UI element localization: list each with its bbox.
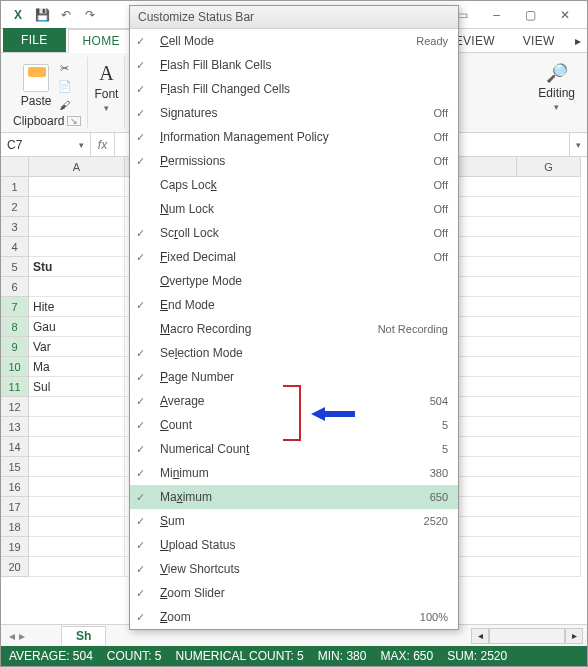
cell[interactable] [517,497,581,517]
menu-item-selection-mode[interactable]: ✓Selection Mode [130,341,458,365]
row-header[interactable]: 8 [1,317,29,337]
row-header[interactable]: 9 [1,337,29,357]
cell[interactable] [29,517,125,537]
col-header-g[interactable]: G [517,157,581,177]
cell[interactable] [517,337,581,357]
cell[interactable]: Gau [29,317,125,337]
redo-icon[interactable]: ↷ [79,4,101,26]
restore-icon[interactable]: ▢ [513,4,547,26]
cell[interactable] [29,557,125,577]
menu-item-view-shortcuts[interactable]: ✓View Shortcuts [130,557,458,581]
row-header[interactable]: 17 [1,497,29,517]
cell[interactable] [517,297,581,317]
hscroll-track[interactable] [489,628,565,644]
minimize-icon[interactable]: – [479,4,513,26]
row-header[interactable]: 10 [1,357,29,377]
close-icon[interactable]: ✕ [547,4,581,26]
cell[interactable] [517,197,581,217]
row-header[interactable]: 6 [1,277,29,297]
cell[interactable] [29,497,125,517]
menu-item-permissions[interactable]: ✓PermissionsOff [130,149,458,173]
tab-file[interactable]: FILE [3,28,66,52]
menu-item-macro-recording[interactable]: Macro RecordingNot Recording [130,317,458,341]
cell[interactable] [517,217,581,237]
save-icon[interactable]: 💾 [31,4,53,26]
row-header[interactable]: 12 [1,397,29,417]
menu-item-count[interactable]: ✓Count5 [130,413,458,437]
menu-item-average[interactable]: ✓Average504 [130,389,458,413]
format-painter-icon[interactable]: 🖌 [56,97,74,113]
chevron-down-icon[interactable]: ▾ [79,140,84,150]
menu-item-zoom-slider[interactable]: ✓Zoom Slider [130,581,458,605]
row-header[interactable]: 15 [1,457,29,477]
menu-item-signatures[interactable]: ✓SignaturesOff [130,101,458,125]
row-header[interactable]: 20 [1,557,29,577]
cell[interactable] [517,237,581,257]
row-header[interactable]: 19 [1,537,29,557]
cell[interactable] [517,377,581,397]
sheet-tab-active[interactable]: Sh [61,626,106,645]
cell[interactable] [29,277,125,297]
cut-icon[interactable]: ✂ [56,61,74,77]
name-box-input[interactable] [7,138,57,152]
row-header[interactable]: 16 [1,477,29,497]
font-button[interactable]: A Font ▾ [94,62,118,113]
row-header[interactable]: 18 [1,517,29,537]
row-header[interactable]: 7 [1,297,29,317]
row-header[interactable]: 11 [1,377,29,397]
cell[interactable] [517,257,581,277]
tab-view[interactable]: VIEW [509,30,569,52]
cell[interactable]: Sul [29,377,125,397]
cell[interactable] [517,417,581,437]
cell[interactable] [517,177,581,197]
fx-icon[interactable]: fx [91,133,115,156]
cell[interactable]: Ma [29,357,125,377]
hscroll-right-icon[interactable]: ▸ [565,628,583,644]
cell[interactable] [517,517,581,537]
menu-item-flash-fill-changed[interactable]: ✓Flash Fill Changed Cells [130,77,458,101]
formula-bar-expand-icon[interactable]: ▾ [569,133,587,156]
cell[interactable] [29,397,125,417]
menu-item-num-lock[interactable]: Num LockOff [130,197,458,221]
cell[interactable]: Stu [29,257,125,277]
cell[interactable] [517,397,581,417]
cell[interactable] [517,277,581,297]
col-header-a[interactable]: A [29,157,125,177]
tabs-scroll-right-icon[interactable]: ▸ [569,30,587,52]
status-bar[interactable]: AVERAGE: 504 COUNT: 5 NUMERICAL COUNT: 5… [1,646,587,666]
cell[interactable] [517,317,581,337]
menu-item-caps-lock[interactable]: Caps LockOff [130,173,458,197]
menu-item-scroll-lock[interactable]: ✓Scroll LockOff [130,221,458,245]
cell[interactable] [29,437,125,457]
cell[interactable] [29,477,125,497]
hscroll-left-icon[interactable]: ◂ [471,628,489,644]
editing-button[interactable]: 🔎 Editing ▾ [538,62,575,112]
menu-item-fixed-decimal[interactable]: ✓Fixed DecimalOff [130,245,458,269]
row-header[interactable]: 13 [1,417,29,437]
cell[interactable] [29,457,125,477]
undo-icon[interactable]: ↶ [55,4,77,26]
cell[interactable]: Var [29,337,125,357]
menu-item-overtype[interactable]: Overtype Mode [130,269,458,293]
sheet-nav-next-icon[interactable]: ▸ [19,629,25,643]
menu-item-minimum[interactable]: ✓Minimum380 [130,461,458,485]
row-header[interactable]: 3 [1,217,29,237]
cell[interactable] [517,557,581,577]
menu-item-page-number[interactable]: ✓Page Number [130,365,458,389]
cell[interactable] [29,217,125,237]
row-header[interactable]: 1 [1,177,29,197]
cell[interactable] [29,177,125,197]
cell[interactable] [517,357,581,377]
row-header[interactable]: 5 [1,257,29,277]
row-header[interactable]: 14 [1,437,29,457]
copy-icon[interactable]: 📄 [56,79,74,95]
cell[interactable] [517,537,581,557]
cell[interactable]: Hite [29,297,125,317]
menu-item-upload-status[interactable]: ✓Upload Status [130,533,458,557]
menu-item-cell-mode[interactable]: ✓Cell ModeReady [130,29,458,53]
sheet-nav-prev-icon[interactable]: ◂ [9,629,15,643]
menu-item-maximum[interactable]: ✓Maximum650 [130,485,458,509]
row-header[interactable]: 4 [1,237,29,257]
menu-item-end-mode[interactable]: ✓End Mode [130,293,458,317]
tab-home[interactable]: HOME [68,29,135,53]
